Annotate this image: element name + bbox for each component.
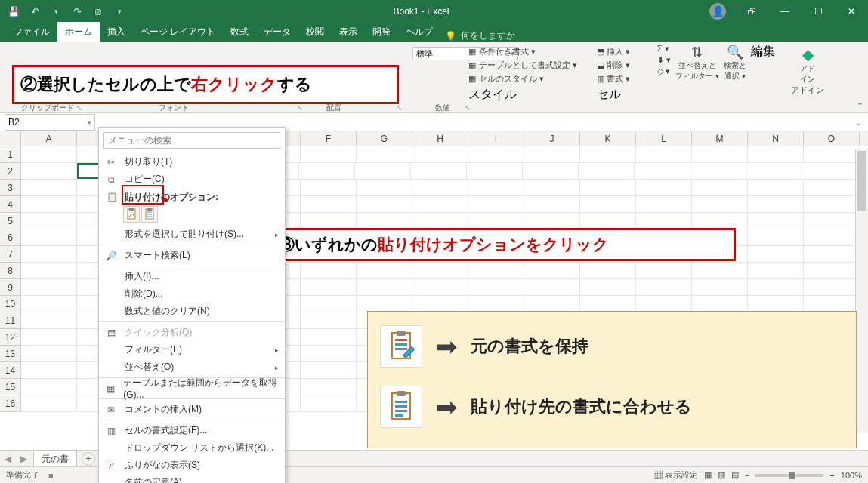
undo-dropdown-icon[interactable]: ▾ xyxy=(47,2,65,20)
zoom-level[interactable]: 100% xyxy=(841,471,862,480)
autosum-button[interactable]: Σ ▾ xyxy=(657,44,671,54)
row-header[interactable]: 11 xyxy=(0,312,21,329)
ribbon-display-icon[interactable]: 🗗 xyxy=(735,0,768,23)
row-header[interactable]: 7 xyxy=(0,246,21,263)
clear-button[interactable]: ◇ ▾ xyxy=(657,66,671,76)
row-header[interactable]: 14 xyxy=(0,362,21,379)
minimize-button[interactable]: — xyxy=(768,0,802,23)
sort-filter-button[interactable]: ⇅ 並べ替えと フィルター ▾ xyxy=(675,44,719,82)
menu-insert[interactable]: 挿入(I)... xyxy=(99,268,285,285)
tab-file[interactable]: ファイル xyxy=(6,22,57,42)
col-header[interactable]: L xyxy=(636,131,692,146)
vertical-scrollbar[interactable] xyxy=(855,149,868,433)
row-header[interactable]: 10 xyxy=(0,296,21,312)
zoom-out-button[interactable]: − xyxy=(745,471,749,480)
fill-button[interactable]: ⬇ ▾ xyxy=(657,55,671,65)
tell-me-search[interactable]: 💡 何をしますか xyxy=(445,29,515,42)
row-header[interactable]: 4 xyxy=(0,196,21,213)
menu-cut[interactable]: ✂切り取り(T) xyxy=(99,153,285,171)
new-sheet-button[interactable]: + xyxy=(82,452,95,466)
save-icon[interactable]: 💾 xyxy=(5,2,23,20)
tab-data[interactable]: データ xyxy=(256,22,298,42)
conditional-formatting-button[interactable]: ▦条件付き書式 ▾ xyxy=(468,46,589,57)
row-header[interactable]: 8 xyxy=(0,263,21,279)
row-header[interactable]: 1 xyxy=(0,146,21,163)
menu-pick-from-dropdown[interactable]: ドロップダウン リストから選択(K)... xyxy=(99,439,285,457)
addin-icon[interactable]: ◆ xyxy=(789,45,826,63)
menu-define-name[interactable]: 名前の定義(A)... xyxy=(99,474,285,483)
redo-icon[interactable]: ↷ xyxy=(68,2,86,20)
select-all-corner[interactable] xyxy=(0,131,21,146)
sheet-nav-prev[interactable]: ◀ xyxy=(0,454,16,464)
tab-formulas[interactable]: 数式 xyxy=(223,22,256,42)
col-header[interactable]: A xyxy=(21,131,77,146)
col-header[interactable]: G xyxy=(357,131,412,146)
view-page-break-icon[interactable]: ▤ xyxy=(731,470,739,480)
menu-show-phonetic[interactable]: アふりがなの表示(S) xyxy=(99,457,285,474)
qat-customize-icon[interactable]: ▾ xyxy=(110,2,128,20)
menu-sort[interactable]: 並べ替え(O)▸ xyxy=(99,358,285,376)
close-button[interactable]: ✕ xyxy=(835,0,868,23)
tab-insert[interactable]: 挿入 xyxy=(100,22,133,42)
zoom-slider-thumb[interactable] xyxy=(789,472,795,479)
delete-cells-button[interactable]: ⬓削除 ▾ xyxy=(597,60,650,71)
col-header[interactable]: K xyxy=(580,131,636,146)
zoom-slider[interactable] xyxy=(755,474,823,477)
display-settings-button[interactable]: ▦ 表示設定 xyxy=(654,469,698,481)
sheet-nav-next[interactable]: ▶ xyxy=(16,454,32,464)
zoom-in-button[interactable]: + xyxy=(829,471,834,480)
tab-help[interactable]: ヘルプ xyxy=(398,22,440,42)
menu-clear-contents[interactable]: 数式と値のクリア(N) xyxy=(99,303,285,320)
tab-page-layout[interactable]: ページ レイアウト xyxy=(133,22,223,42)
row-header[interactable]: 12 xyxy=(0,329,21,346)
view-normal-icon[interactable]: ▦ xyxy=(704,470,712,480)
undo-icon[interactable]: ↶ xyxy=(26,2,44,20)
row-header[interactable]: 15 xyxy=(0,379,21,395)
tab-home[interactable]: ホーム xyxy=(57,22,100,42)
format-cells-button[interactable]: ▥書式 ▾ xyxy=(597,73,650,85)
row-header[interactable]: 6 xyxy=(0,229,21,246)
sheet-tab-1[interactable]: 元の書 xyxy=(33,450,77,468)
tab-review[interactable]: 校閲 xyxy=(298,22,332,42)
cell-styles-button[interactable]: ▦セルのスタイル ▾ xyxy=(468,73,589,85)
menu-get-data-from-table[interactable]: ▦テーブルまたは範囲からデータを取得(G)... xyxy=(99,380,285,397)
row-header[interactable]: 2 xyxy=(0,163,21,180)
col-header[interactable]: H xyxy=(412,131,468,146)
maximize-button[interactable]: ☐ xyxy=(802,0,835,23)
scrollbar-thumb[interactable] xyxy=(857,151,866,211)
row-header[interactable]: 3 xyxy=(0,180,21,196)
view-page-layout-icon[interactable]: ▥ xyxy=(718,470,725,480)
insert-cells-button[interactable]: ⬒挿入 ▾ xyxy=(597,46,650,57)
user-avatar-icon[interactable]: 👤 xyxy=(709,3,726,20)
col-header[interactable]: N xyxy=(748,131,804,146)
menu-filter[interactable]: フィルター(E)▸ xyxy=(99,341,285,358)
row-header[interactable]: 5 xyxy=(0,213,21,229)
menu-copy[interactable]: ⧉コピー(C) xyxy=(99,171,285,188)
format-as-table-button[interactable]: ▦テーブルとして書式設定 ▾ xyxy=(468,60,589,71)
menu-smart-lookup[interactable]: 🔎スマート検索(L) xyxy=(99,247,285,264)
menu-paste-special[interactable]: 形式を選択して貼り付け(S)...▸ xyxy=(99,226,285,243)
addin-button[interactable]: アド イン xyxy=(789,63,826,85)
col-header[interactable]: O xyxy=(804,131,860,146)
menu-format-cells[interactable]: ▥セルの書式設定(F)... xyxy=(99,422,285,439)
menu-search-input[interactable] xyxy=(103,132,280,149)
paste-match-destination-formatting[interactable] xyxy=(141,206,158,223)
chevron-down-icon[interactable]: ▾ xyxy=(88,118,91,126)
tab-view[interactable]: 表示 xyxy=(332,22,365,42)
macro-record-icon[interactable]: ■ xyxy=(48,471,54,480)
menu-insert-comment[interactable]: ✉コメントの挿入(M) xyxy=(99,401,285,418)
col-header[interactable]: F xyxy=(301,131,357,146)
find-select-button[interactable]: 🔍 検索と 選択 ▾ xyxy=(724,44,746,82)
name-box[interactable]: B2 ▾ xyxy=(5,114,95,131)
col-header[interactable]: I xyxy=(468,131,524,146)
row-header[interactable]: 16 xyxy=(0,395,21,412)
expand-formula-bar-icon[interactable]: ⌄ xyxy=(851,113,865,131)
touch-mode-icon[interactable]: ⎚ xyxy=(89,2,107,20)
row-header[interactable]: 13 xyxy=(0,346,21,362)
row-header[interactable]: 9 xyxy=(0,279,21,296)
collapse-ribbon-icon[interactable]: ⌃ xyxy=(857,101,863,111)
col-header[interactable]: M xyxy=(692,131,748,146)
menu-delete[interactable]: 削除(D)... xyxy=(99,285,285,303)
paste-keep-source-formatting[interactable] xyxy=(123,206,140,223)
col-header[interactable]: J xyxy=(524,131,580,146)
